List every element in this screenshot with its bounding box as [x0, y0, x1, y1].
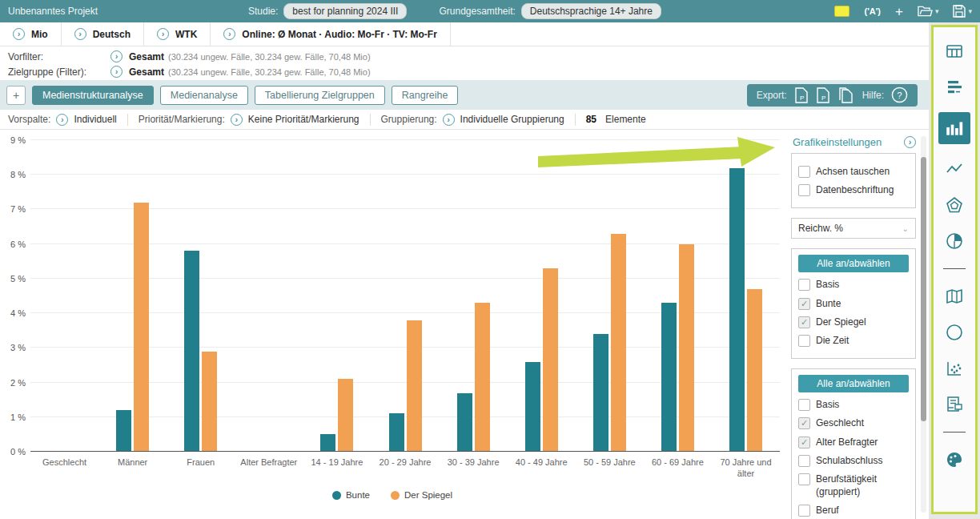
- checkbox-item[interactable]: ✓Der Spiegel: [798, 316, 909, 328]
- bar: [116, 410, 131, 452]
- bar: [134, 203, 149, 452]
- metric-select[interactable]: Reichw. % ⌄: [791, 218, 916, 239]
- open-project-button[interactable]: ▾: [918, 5, 939, 18]
- checkbox-item[interactable]: ✓Bunte: [798, 297, 909, 310]
- checkbox[interactable]: [798, 399, 810, 411]
- help-label: Hilfe:: [862, 90, 884, 101]
- panel-scrollbar-thumb[interactable]: [921, 157, 926, 421]
- y-axis: 0 %1 %2 %3 %4 %5 %6 %7 %8 %9 %: [5, 140, 26, 452]
- zielgruppe-value[interactable]: Gesamt: [129, 66, 164, 78]
- y-axis-tick: 1 %: [10, 412, 26, 422]
- bar: [475, 303, 490, 452]
- x-axis-label: 60 - 69 Jahre: [644, 457, 712, 480]
- checkbox[interactable]: ✓: [798, 417, 810, 429]
- collapse-panel-icon[interactable]: ›: [904, 136, 916, 148]
- toolbar-item-label: Mio: [31, 29, 48, 40]
- add-analysis-button[interactable]: +: [6, 86, 26, 105]
- tab-rangreihe[interactable]: Rangreihe: [392, 86, 459, 105]
- checkbox-item[interactable]: Beruf: [798, 504, 909, 517]
- media-list: Basis✓Bunte✓Der SpiegelDie Zeit: [798, 278, 909, 347]
- chevron-circle-icon: ›: [13, 28, 25, 40]
- chevron-circle-icon[interactable]: ›: [110, 66, 122, 78]
- tab-medienstrukturanalyse[interactable]: Medienstrukturanalyse: [32, 86, 154, 105]
- save-icon: [953, 5, 966, 18]
- checkbox-item[interactable]: Die Zeit: [798, 334, 909, 347]
- export-copy-button[interactable]: [837, 87, 855, 103]
- checkbox-item[interactable]: Datenbeschriftung: [798, 183, 909, 196]
- checkbox[interactable]: [798, 473, 810, 485]
- checkbox[interactable]: [798, 455, 810, 467]
- prioritaet-setting[interactable]: Priorität/Markierung: › Keine Priorität/…: [139, 114, 359, 126]
- scatter-chart-icon[interactable]: [943, 357, 966, 380]
- toolbar-item-deutsch[interactable]: ›Deutsch: [62, 22, 144, 46]
- checkbox[interactable]: [798, 184, 810, 196]
- map-icon[interactable]: [943, 285, 966, 308]
- export-ppt-button[interactable]: P: [816, 87, 830, 103]
- checkbox-item[interactable]: Achsen tauschen: [798, 165, 909, 178]
- checkbox[interactable]: [798, 335, 810, 347]
- line-chart-icon[interactable]: [943, 158, 966, 180]
- checkbox[interactable]: [798, 166, 810, 178]
- save-project-button[interactable]: ▾: [953, 5, 972, 18]
- divider: [943, 432, 966, 432]
- study-pill[interactable]: best for planning 2024 III: [283, 3, 407, 19]
- universe-pill[interactable]: Deutschsprachige 14+ Jahre: [521, 3, 661, 19]
- filter-section: Vorfilter: › Gesamt (30.234 ungew. Fälle…: [0, 46, 929, 80]
- checkbox-label: Berufstätigkeit (gruppiert): [816, 473, 909, 498]
- tab-medienanalyse[interactable]: Medienanalyse: [160, 86, 248, 105]
- checkbox-item[interactable]: Berufstätigkeit (gruppiert): [798, 473, 909, 498]
- vertical-bar-chart-icon[interactable]: [938, 112, 970, 144]
- divider: [127, 114, 128, 126]
- bar: [679, 244, 694, 452]
- palette-icon[interactable]: [943, 449, 966, 471]
- checkbox-item[interactable]: Schulabschluss: [798, 454, 909, 467]
- legend-label: Bunte: [346, 490, 370, 500]
- checkbox[interactable]: [798, 505, 810, 517]
- metric-select-value: Reichw. %: [798, 223, 843, 234]
- help-button[interactable]: ?: [891, 86, 908, 103]
- export-pdf-button[interactable]: P: [794, 87, 809, 103]
- chevron-down-icon: ⌄: [902, 224, 909, 233]
- checkbox[interactable]: [798, 279, 810, 291]
- toolbar-item-online[interactable]: ›Online: Ø Monat · Audio: Mo-Fr · TV: Mo…: [211, 22, 451, 46]
- checkbox-item[interactable]: ✓Alter Befragter: [798, 436, 909, 449]
- checkbox[interactable]: ✓: [798, 316, 810, 328]
- table-icon[interactable]: [943, 40, 966, 62]
- chevron-circle-icon[interactable]: ›: [110, 50, 122, 62]
- bar-group: [644, 140, 712, 452]
- panel-scrollbar-track[interactable]: [921, 136, 926, 513]
- chevron-circle-icon: ›: [157, 28, 169, 40]
- tab-tabellierung-zielgruppen[interactable]: Tabellierung Zielgruppen: [255, 86, 385, 105]
- language-icon[interactable]: ('A'): [864, 6, 881, 16]
- media-toggle-all-button[interactable]: Alle an/abwählen: [798, 255, 909, 272]
- radar-chart-icon[interactable]: [943, 194, 966, 216]
- notes-icon[interactable]: [834, 6, 849, 17]
- bar-group: [440, 140, 508, 452]
- add-icon[interactable]: +: [895, 5, 903, 18]
- circle-chart-icon[interactable]: [943, 321, 966, 344]
- checkbox-label: Der Spiegel: [816, 316, 866, 328]
- gruppierung-setting[interactable]: Gruppierung: › Individuelle Gruppierung: [381, 114, 564, 126]
- checkbox[interactable]: ✓: [798, 437, 810, 449]
- target-toggle-all-button[interactable]: Alle an/abwählen: [798, 375, 909, 392]
- chart-type-sidebar: [931, 25, 978, 514]
- checkbox-item[interactable]: Basis: [798, 398, 909, 411]
- bar-groups: [30, 140, 780, 452]
- pie-chart-icon[interactable]: [943, 230, 966, 252]
- checkbox-item[interactable]: Basis: [798, 278, 909, 291]
- legend-item: Der Spiegel: [391, 490, 452, 500]
- x-axis-label: 40 - 49 Jahre: [508, 457, 576, 480]
- toolbar-item-mio[interactable]: ›Mio: [0, 22, 62, 46]
- toolbar-item-wtk[interactable]: ›WTK: [144, 22, 211, 46]
- y-axis-tick: 9 %: [10, 135, 26, 145]
- chart-plot: [30, 140, 780, 452]
- bar: [407, 320, 422, 452]
- legend-dot: [332, 491, 341, 500]
- vorfilter-value[interactable]: Gesamt: [129, 51, 164, 62]
- vorspalte-setting[interactable]: Vorspalte: › Individuell: [8, 114, 117, 126]
- horizontal-bar-chart-icon[interactable]: [943, 76, 966, 99]
- report-icon[interactable]: [943, 393, 966, 416]
- checkbox-item[interactable]: ✓Geschlecht: [798, 416, 909, 429]
- checkbox[interactable]: ✓: [798, 298, 810, 310]
- bar: [611, 234, 626, 452]
